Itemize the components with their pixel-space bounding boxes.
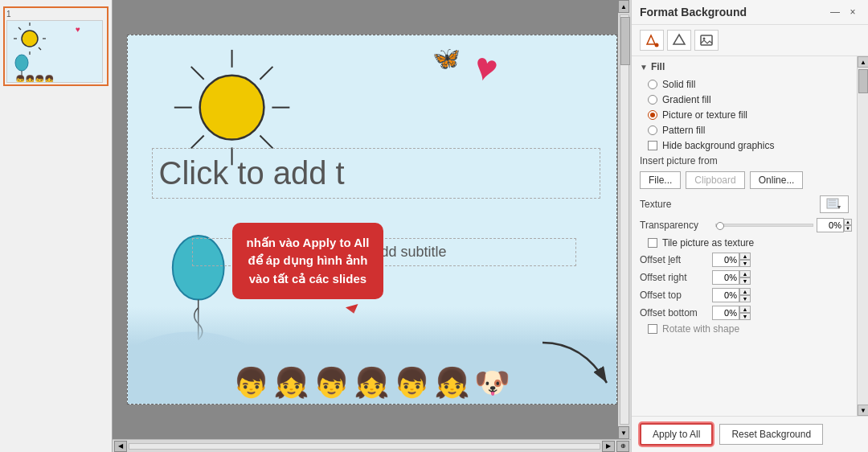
offset-left-down[interactable]: ▼ (739, 260, 751, 267)
scroll-right-btn[interactable]: ▶ (602, 441, 615, 452)
file-button[interactable]: File... (640, 171, 681, 189)
offset-top-spin: ▲ ▼ (739, 288, 751, 302)
scroll-left-btn[interactable]: ◀ (114, 441, 127, 452)
clipboard-button[interactable]: Clipboard (686, 171, 744, 189)
reset-background-button[interactable]: Reset Background (719, 424, 823, 445)
offset-left-label: Offset left (640, 254, 712, 265)
slide-title: Click to add t (159, 155, 345, 191)
slide-frame[interactable]: ♥ 🦋 ★ Click to add t (127, 35, 617, 405)
panel-content-wrapper: ▼ Fill Solid fill Gradient fill Pictur (632, 56, 868, 416)
panel-scroll-thumb[interactable] (858, 69, 868, 93)
image-icon (699, 33, 714, 47)
tab-image[interactable] (694, 30, 719, 51)
kid-6: 👧 (434, 366, 470, 400)
fill-icon (645, 33, 659, 47)
svg-text:♥: ♥ (76, 25, 80, 34)
offset-bottom-up[interactable]: ▲ (739, 306, 751, 313)
scroll-up-btn[interactable]: ▲ (618, 0, 629, 13)
tile-picture-checkbox[interactable] (648, 238, 657, 248)
transparency-thumb[interactable] (716, 222, 724, 230)
panel-bottom-buttons: Apply to All Reset Background (632, 416, 868, 452)
kid-5: 👦 (394, 366, 430, 400)
svg-marker-34 (674, 35, 685, 44)
svg-text:♥: ♥ (469, 44, 502, 92)
panel-scroll-down[interactable]: ▼ (858, 405, 868, 416)
panel-icons: — × (828, 5, 860, 19)
tab-fill[interactable] (640, 30, 664, 51)
format-background-panel: Format Background — × (631, 0, 868, 452)
apply-to-all-button[interactable]: Apply to All (640, 423, 713, 446)
shape-icon (672, 33, 686, 47)
scroll-down-btn[interactable]: ▼ (618, 426, 629, 439)
online-button[interactable]: Online... (750, 171, 804, 189)
hide-bg-option[interactable]: Hide background graphics (648, 140, 849, 151)
offset-bottom-down[interactable]: ▼ (739, 313, 751, 320)
hide-bg-checkbox[interactable] (648, 141, 657, 150)
solid-fill-label: Solid fill (662, 79, 695, 90)
offset-bottom-input[interactable] (712, 306, 739, 320)
picture-fill-radio[interactable] (648, 110, 657, 120)
offset-left-up[interactable]: ▲ (739, 253, 751, 260)
panel-scroll-up[interactable]: ▲ (858, 56, 868, 68)
transparency-value-wrapper: ▲ ▼ (817, 218, 849, 232)
panel-minimize-btn[interactable]: — (828, 5, 842, 19)
texture-picker-btn[interactable] (820, 195, 849, 213)
horizontal-scrollbar[interactable]: ◀ ▶ ⊕ (113, 439, 631, 452)
tile-picture-label: Tile picture as texture (662, 237, 754, 249)
fill-section-header[interactable]: ▼ Fill (640, 61, 849, 72)
collapse-arrow: ▼ (640, 63, 648, 72)
fill-section-label: Fill (651, 61, 665, 72)
transparency-row: Transparency ▲ ▼ (640, 218, 849, 232)
pattern-fill-label: Pattern fill (662, 125, 705, 136)
svg-line-24 (190, 135, 203, 148)
transparency-slider[interactable] (715, 224, 813, 227)
rotate-shape-checkbox[interactable] (648, 324, 657, 334)
solid-fill-option[interactable]: Solid fill (648, 79, 849, 90)
offset-top-up[interactable]: ▲ (739, 288, 751, 295)
offset-left-input[interactable] (712, 253, 739, 267)
scroll-track-h[interactable] (129, 443, 600, 450)
panel-close-btn[interactable]: × (845, 5, 860, 19)
picture-fill-option[interactable]: Picture or texture fill (648, 109, 849, 121)
offset-right-up[interactable]: ▲ (739, 270, 751, 277)
title-placeholder-box[interactable]: Click to add t (152, 148, 600, 199)
panel-tabs (632, 25, 868, 56)
kid-3: 👦 (313, 366, 350, 400)
offset-right-input[interactable] (712, 270, 739, 285)
vertical-scrollbar[interactable]: ▲ ▼ (618, 0, 631, 439)
tile-picture-option[interactable]: Tile picture as texture (648, 237, 849, 249)
panel-scrollbar[interactable]: ▲ ▼ (857, 56, 868, 416)
offset-right-spin: ▲ ▼ (739, 270, 751, 285)
gradient-fill-radio[interactable] (648, 95, 657, 105)
pattern-fill-radio[interactable] (648, 125, 657, 135)
panel-scroll-track[interactable] (858, 68, 868, 405)
offset-right-down[interactable]: ▼ (739, 277, 751, 285)
transparency-down-btn[interactable]: ▼ (844, 225, 852, 232)
svg-point-36 (703, 38, 706, 40)
rotate-shape-option[interactable]: Rotate with shape (648, 323, 849, 335)
slide-canvas-wrapper: ♥ 🦋 ★ Click to add t (113, 0, 631, 452)
gradient-fill-option[interactable]: Gradient fill (648, 94, 849, 105)
transparency-input[interactable] (817, 218, 844, 232)
tab-shape[interactable] (667, 30, 691, 51)
svg-line-25 (260, 67, 272, 80)
scroll-track-v[interactable] (620, 14, 629, 425)
offset-left-row: Offset left ▲ ▼ (640, 253, 849, 267)
transparency-up-btn[interactable]: ▲ (844, 219, 852, 225)
offset-top-down[interactable]: ▼ (739, 295, 751, 302)
svg-point-1 (22, 31, 38, 47)
pattern-fill-option[interactable]: Pattern fill (648, 125, 849, 136)
hide-bg-label: Hide background graphics (662, 140, 774, 151)
panel-titlebar: Format Background — × (632, 0, 868, 25)
offset-top-label: Offset top (640, 290, 712, 301)
slide-number: 1 (6, 10, 105, 18)
scroll-corner: ⊕ (616, 441, 629, 452)
offset-top-input[interactable] (712, 288, 739, 302)
thumbnail-item-1[interactable]: 1 ♥ (3, 6, 108, 86)
offset-bottom-label: Offset bottom (640, 307, 712, 318)
solid-fill-radio[interactable] (648, 80, 657, 89)
slide-canvas: ♥ 🦋 ★ Click to add t (113, 0, 631, 439)
kid-4: 👧 (354, 366, 390, 400)
offset-bottom-spin: ▲ ▼ (739, 306, 751, 320)
offset-right-label: Offset right (640, 272, 712, 283)
